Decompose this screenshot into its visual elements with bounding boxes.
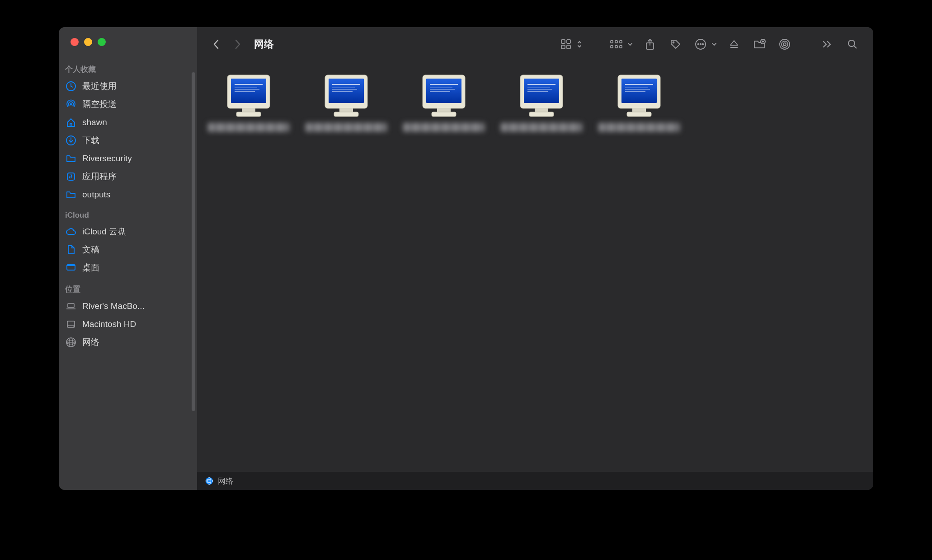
sidebar-item[interactable]: 桌面 [59,259,197,277]
network-computer-item[interactable]: ████████ [403,73,485,132]
airdrop-icon [65,98,77,110]
group-by-button[interactable] [606,34,635,54]
network-computer-item[interactable]: ████████ [208,73,289,132]
file-name-label: ████████ [208,123,289,132]
share-icon [645,38,655,50]
sidebar-item[interactable]: 网络 [59,333,197,351]
sidebar-content: 个人收藏最近使用隔空投送shawn下载Riversecurity应用程序outp… [59,60,197,490]
app-icon [65,171,77,182]
updown-icon [577,40,585,49]
sidebar-item-label: 文稿 [82,244,99,256]
sidebar-scrollbar[interactable] [192,72,195,411]
forward-button[interactable] [229,35,247,53]
tag-icon [669,38,681,50]
svg-rect-1 [567,40,570,43]
sidebar-item[interactable]: 文稿 [59,241,197,259]
clock-icon [65,80,77,92]
tags-button[interactable] [664,34,686,54]
sidebar-item[interactable]: Macintosh HD [59,315,197,333]
sidebar-section-title: 位置 [59,277,197,297]
svg-rect-8 [620,41,622,43]
svg-rect-4 [611,41,613,43]
globe-icon [65,336,77,348]
svg-point-13 [698,44,699,45]
finder-window: 个人收藏最近使用隔空投送shawn下载Riversecurity应用程序outp… [59,27,873,490]
eject-button[interactable] [723,34,745,54]
folder-icon [65,189,77,201]
svg-rect-9 [620,46,622,48]
svg-rect-2 [561,45,565,49]
chevron-down-icon [711,42,720,47]
back-button[interactable] [207,35,225,53]
sidebar-item[interactable]: 应用程序 [59,168,197,186]
grid-icon [560,38,572,50]
airdrop-button[interactable] [774,34,795,54]
close-button[interactable] [71,38,79,46]
overflow-button[interactable] [816,34,838,54]
svg-rect-5 [611,46,613,48]
sidebar-item-label: 桌面 [82,262,99,274]
chevrons-right-icon [822,40,832,48]
svg-rect-6 [615,41,617,43]
sidebar: 个人收藏最近使用隔空投送shawn下载Riversecurity应用程序outp… [59,27,197,490]
new-folder-icon [753,39,766,50]
document-icon [65,244,77,256]
action-button[interactable] [690,34,720,54]
more-icon [695,38,706,50]
desktop-icon [65,262,77,274]
file-name-label: ████████ [598,123,680,132]
svg-rect-7 [615,46,617,48]
pc-monitor-icon [517,73,566,118]
svg-point-21 [783,43,786,46]
sidebar-item[interactable]: 最近使用 [59,77,197,95]
network-globe-icon [205,477,213,485]
file-grid[interactable]: ████████████████████████████████████████ [197,61,873,472]
path-label[interactable]: 网络 [218,476,233,486]
minimize-button[interactable] [84,38,92,46]
sidebar-item[interactable]: outputs [59,186,197,204]
sidebar-item-label: River's MacBo... [82,301,145,311]
new-folder-button[interactable] [748,34,770,54]
airdrop-icon [779,38,791,50]
pc-monitor-icon [321,73,371,118]
disk-icon [65,318,77,330]
sidebar-item[interactable]: Riversecurity [59,149,197,168]
sidebar-item[interactable]: iCloud 云盘 [59,223,197,241]
share-button[interactable] [639,34,661,54]
network-computer-item[interactable]: ████████ [501,73,582,132]
pc-monitor-icon [224,73,273,118]
network-computer-item[interactable]: ████████ [598,73,680,132]
svg-point-24 [848,40,855,47]
eject-icon [729,39,739,50]
laptop-icon [65,300,77,312]
sidebar-item[interactable]: River's MacBo... [59,297,197,315]
sidebar-item[interactable]: shawn [59,113,197,131]
sidebar-item-label: 最近使用 [82,80,117,92]
sidebar-item[interactable]: 隔空投送 [59,95,197,113]
toolbar: 网络 [197,27,873,61]
file-name-label: ████████ [403,123,485,132]
svg-point-11 [673,42,674,43]
sidebar-item-label: 隔空投送 [82,98,117,110]
sidebar-item[interactable]: 下载 [59,131,197,149]
window-controls [59,27,197,60]
download-icon [65,135,77,146]
chevron-down-icon [627,42,635,47]
svg-rect-3 [567,45,570,49]
search-button[interactable] [842,34,863,54]
svg-point-14 [700,44,701,45]
group-icon [610,39,623,49]
svg-point-15 [702,44,704,45]
sidebar-section-title: 个人收藏 [59,64,197,77]
svg-line-25 [854,46,857,48]
window-title: 网络 [250,37,278,51]
sidebar-item-label: outputs [82,190,110,200]
sidebar-item-label: Riversecurity [82,154,132,163]
folder-icon [65,153,77,164]
maximize-button[interactable] [98,38,106,46]
network-computer-item[interactable]: ████████ [306,73,387,132]
sidebar-section-title: iCloud [59,204,197,223]
pc-monitor-icon [614,73,664,118]
main-area: 网络 [197,27,873,490]
view-mode-button[interactable] [555,34,585,54]
